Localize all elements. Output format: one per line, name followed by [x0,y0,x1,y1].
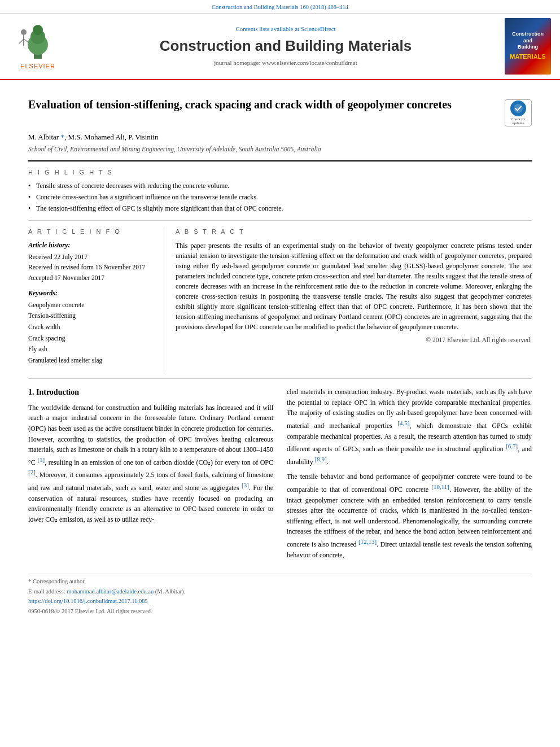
ref-4-5: [4,5] [397,420,409,426]
highlights-list: Tensile stress of concrete decreases wit… [28,181,532,213]
sciencedirect-link: Contents lists available at ScienceDirec… [75,25,497,33]
accepted-date: Accepted 17 November 2017 [28,273,152,283]
copyright-line: © 2017 Elsevier Ltd. All rights reserved… [176,335,532,344]
svg-point-4 [21,29,27,35]
date-received: Received 22 July 2017 Received in revise… [28,252,152,283]
introduction-section: 1. Introduction The worldwide demand for… [28,387,532,565]
corresponding-author-note: * Corresponding author. [28,578,532,586]
intro-para2: cled materials in construction industry.… [287,387,532,467]
issn-text: 0950-0618/© 2017 Elsevier Ltd. All right… [28,608,152,614]
affiliation: School of Civil, Environmental and Minin… [28,145,532,154]
authors-rest: , M.S. Mohamed Ali, P. Visintin [64,133,159,141]
history-label: Article history: [28,241,152,250]
ref-10-11: [10,11] [431,483,449,490]
abstract-col: A B S T R A C T This paper presents the … [176,228,532,372]
article-title-section: Evaluation of tension-stiffening, crack … [28,97,532,126]
main-content: Evaluation of tension-stiffening, crack … [0,80,560,629]
email-address[interactable]: mohammad.albitar@adelaide.edu.au [67,588,154,595]
highlights-label: H I G H L I G H T S [28,168,532,177]
journal-ref-text: Construction and Building Materials 160 … [212,4,348,10]
email-name: (M. Albitar). [155,588,185,595]
check-badge-label: Check forupdates [511,117,526,125]
col-divider [164,228,164,372]
article-info-abstract-section: A R T I C L E I N F O Article history: R… [28,228,532,372]
article-history-block: Article history: Received 22 July 2017 R… [28,241,152,283]
page-container: Construction and Building Materials 160 … [0,0,560,629]
ref-3: [3] [242,482,249,488]
issn-line: 0950-0618/© 2017 Elsevier Ltd. All right… [28,608,532,616]
badge-construction-text: ConstructionandBuilding [512,31,544,51]
journal-cover-badge: ConstructionandBuilding MATERIALS [505,18,551,75]
journal-header: ELSEVIER Contents lists available at Sci… [0,14,560,80]
check-updates-icon [510,101,526,116]
journal-badge-right: ConstructionandBuilding MATERIALS [502,18,553,75]
ref-6-7: [6,7] [506,443,518,449]
intro-left-col: 1. Introduction The worldwide demand for… [28,387,273,565]
authors-text: M. Albitar [28,133,60,141]
introduction-two-col: 1. Introduction The worldwide demand for… [28,387,532,565]
footer-section: * Corresponding author. E-mail address: … [28,574,532,616]
keyword-0: Geopolymer concrete [28,300,152,311]
journal-title: Construction and Building Materials [75,36,497,56]
revised-date: Received in revised form 16 November 201… [28,262,152,272]
abstract-divider [28,378,532,379]
corresponding-author-text: * Corresponding author. [28,578,86,584]
ref-12-13: [12,13] [358,538,377,545]
doi-link[interactable]: https://doi.org/10.1016/j.conbuildmat.20… [28,598,148,604]
elsevier-logo-left: ELSEVIER [7,18,69,75]
authors-line: M. Albitar *, M.S. Mohamed Ali, P. Visin… [28,132,532,142]
keywords-label: Keywords: [28,289,152,298]
highlight-item-3: The tension-stiffening effect of GPC is … [28,204,532,213]
received-date: Received 22 July 2017 [28,252,152,262]
intro-para3: The tensile behavior and bond performanc… [287,471,532,560]
badge-materials-text: MATERIALS [510,53,545,61]
email-note: E-mail address: mohammad.albitar@adelaid… [28,588,532,596]
keyword-2: Crack width [28,322,152,333]
elsevier-tree-icon [12,21,63,60]
ref-2: [2] [28,469,36,475]
keyword-5: Granulated lead smelter slag [28,355,152,366]
abstract-text: This paper presents the results of an ex… [176,241,532,332]
svg-line-7 [24,39,28,42]
abstract-label: A B S T R A C T [176,228,532,236]
highlight-item-1: Tensile stress of concrete decreases wit… [28,181,532,191]
sciencedirect-text[interactable]: ScienceDirect [301,25,336,32]
article-info-col: A R T I C L E I N F O Article history: R… [28,228,152,372]
intro-right-col: cled materials in construction industry.… [287,387,532,565]
ref-1: [1] [37,456,45,463]
journal-homepage: journal homepage: www.elsevier.com/locat… [75,59,497,67]
article-title: Evaluation of tension-stiffening, crack … [28,97,499,112]
keyword-4: Fly ash [28,344,152,355]
highlights-section: H I G H L I G H T S Tensile stress of co… [28,168,532,213]
keyword-3: Crack spacing [28,333,152,344]
title-divider [28,160,532,161]
intro-para1: The worldwide demand for construction an… [28,403,273,525]
keyword-1: Tension-stiffening [28,311,152,322]
keywords-block: Keywords: Geopolymer concrete Tension-st… [28,289,152,366]
email-label: E-mail address: [28,588,65,595]
check-for-updates-badge: Check forupdates [505,99,532,126]
ref-8-9: [8,9] [315,456,327,462]
journal-center: Contents lists available at ScienceDirec… [75,18,497,75]
highlight-item-2: Concrete cross-section has a significant… [28,193,532,202]
intro-heading: 1. Introduction [28,387,273,398]
elsevier-brand-text: ELSEVIER [20,62,55,71]
keywords-list: Geopolymer concrete Tension-stiffening C… [28,300,152,366]
journal-reference-bar: Construction and Building Materials 160 … [0,0,560,14]
highlights-divider [28,220,532,221]
svg-point-3 [33,25,43,35]
doi-line: https://doi.org/10.1016/j.conbuildmat.20… [28,597,532,606]
article-info-label: A R T I C L E I N F O [28,228,152,236]
check-icon-svg [513,103,523,113]
svg-line-6 [19,39,24,43]
